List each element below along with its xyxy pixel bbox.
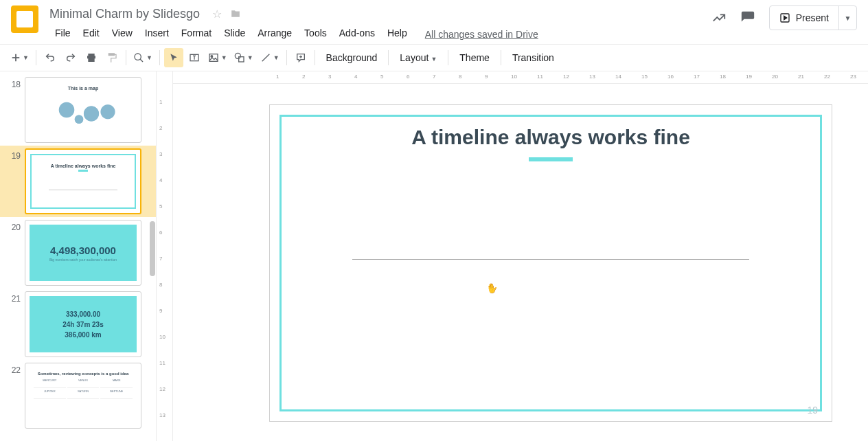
- slide-number: 19: [807, 405, 818, 416]
- star-icon[interactable]: ☆: [212, 8, 222, 21]
- svg-point-4: [135, 54, 141, 60]
- shape-tool[interactable]: ▼: [231, 48, 256, 67]
- doc-title[interactable]: Minimal Charm by Slidesgo: [49, 7, 200, 21]
- present-button[interactable]: Present: [770, 12, 838, 23]
- svg-rect-9: [209, 54, 218, 62]
- slides-logo[interactable]: [11, 5, 38, 33]
- new-slide-button[interactable]: ▼: [8, 48, 32, 67]
- slide-thumb-20[interactable]: 20 4,498,300,000 Big numbers catch your …: [0, 217, 156, 289]
- vertical-ruler: 12345678910111213: [157, 71, 173, 441]
- menu-view[interactable]: View: [106, 25, 138, 41]
- save-status[interactable]: All changes saved in Drive: [425, 26, 538, 40]
- present-label: Present: [796, 12, 829, 23]
- menu-format[interactable]: Format: [176, 25, 217, 41]
- menu-bar: File Edit View Insert Format Slide Arran…: [49, 25, 711, 41]
- comments-icon[interactable]: [740, 10, 755, 25]
- comment-button[interactable]: [291, 48, 310, 67]
- menu-arrange[interactable]: Arrange: [252, 25, 297, 41]
- toolbar: ▼ ▼ ▼ ▼ ▼ Background Layout▼ Them: [0, 44, 868, 71]
- title-area: Minimal Charm by Slidesgo ☆ File Edit Vi…: [49, 5, 711, 41]
- slide-canvas[interactable]: A timeline always works fine 19 ✋: [269, 104, 832, 422]
- image-tool[interactable]: ▼: [205, 48, 230, 67]
- explore-icon[interactable]: [711, 10, 727, 25]
- redo-button[interactable]: [61, 48, 80, 67]
- menu-tools[interactable]: Tools: [299, 25, 332, 41]
- timeline-line[interactable]: [352, 259, 749, 260]
- textbox-tool[interactable]: [185, 48, 204, 67]
- zoom-button[interactable]: ▼: [130, 48, 155, 67]
- filmstrip-scrollbar[interactable]: [149, 71, 156, 441]
- theme-button[interactable]: Theme: [453, 52, 496, 63]
- svg-point-11: [235, 53, 240, 58]
- select-tool[interactable]: [164, 48, 183, 67]
- header-bar: Minimal Charm by Slidesgo ☆ File Edit Vi…: [0, 0, 868, 44]
- worldmap-icon: [42, 95, 124, 133]
- filmstrip[interactable]: 18 This is a map 19 A timeline always wo…: [0, 71, 157, 441]
- layout-button[interactable]: Layout▼: [393, 52, 444, 63]
- slide-title-text[interactable]: A timeline always works fine: [270, 126, 832, 149]
- menu-file[interactable]: File: [49, 25, 76, 41]
- move-folder-icon[interactable]: [230, 9, 241, 19]
- menu-slide[interactable]: Slide: [218, 25, 251, 41]
- slide-thumb-21[interactable]: 21 333,000.00 24h 37m 23s 386,000 km: [0, 289, 156, 360]
- present-dropdown[interactable]: ▼: [838, 6, 856, 30]
- menu-help[interactable]: Help: [382, 25, 413, 41]
- undo-button[interactable]: [41, 48, 60, 67]
- header-right: Present ▼: [711, 5, 857, 30]
- menu-insert[interactable]: Insert: [139, 25, 174, 41]
- slide-thumb-22[interactable]: 22 Sometimes, reviewing concepts is a go…: [0, 360, 156, 431]
- canvas-area[interactable]: 1234567891011121314151617181920212223242…: [173, 71, 868, 441]
- menu-addons[interactable]: Add-ons: [334, 25, 380, 41]
- background-button[interactable]: Background: [319, 52, 385, 63]
- svg-point-10: [211, 56, 213, 58]
- slide-thumb-19[interactable]: 19 A timeline always works fine: [0, 146, 156, 217]
- print-button[interactable]: [82, 48, 101, 67]
- svg-line-5: [140, 59, 143, 62]
- transition-button[interactable]: Transition: [505, 52, 561, 63]
- workspace: 18 This is a map 19 A timeline always wo…: [0, 71, 868, 441]
- slide-thumb-18[interactable]: 18 This is a map: [0, 74, 156, 146]
- menu-edit[interactable]: Edit: [78, 25, 105, 41]
- present-group: Present ▼: [769, 5, 857, 30]
- line-tool[interactable]: ▼: [258, 48, 282, 67]
- title-underline: [529, 157, 573, 161]
- horizontal-ruler: 1234567891011121314151617181920212223242…: [173, 71, 868, 84]
- svg-marker-1: [784, 16, 786, 19]
- svg-line-13: [262, 54, 269, 62]
- paint-format-button[interactable]: [102, 48, 122, 67]
